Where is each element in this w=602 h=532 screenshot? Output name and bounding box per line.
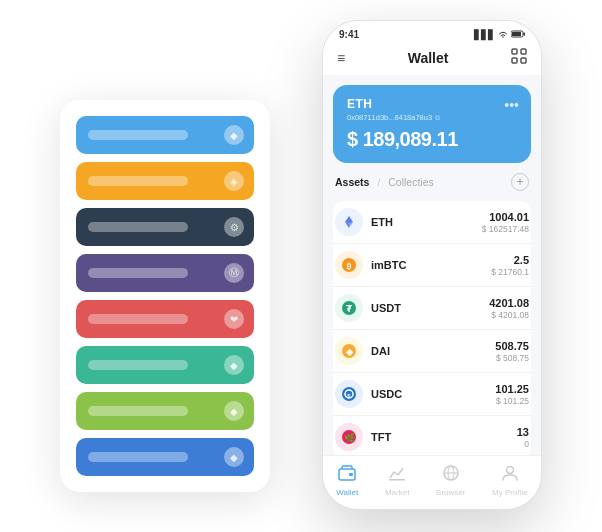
card-item[interactable]: ◆ [76,116,254,154]
asset-ticker: TFT [371,431,517,443]
address-text: 0x08711d3b...8418a78u3 [347,113,432,122]
asset-icon-usdt: ₮ [335,294,363,322]
svg-rect-23 [389,479,405,481]
asset-values-dai: 508.75 $ 508.75 [495,340,529,363]
tab-slash: / [377,177,380,188]
asset-values-usdc: 101.25 $ 101.25 [495,383,529,406]
card-icon: ❤ [224,309,244,329]
card-label [88,222,188,232]
card-item[interactable]: ◆ [76,346,254,384]
card-item[interactable]: ◆ [76,392,254,430]
svg-rect-22 [349,473,353,476]
card-item[interactable]: ❤ [76,300,254,338]
asset-icon-eth [335,208,363,236]
card-icon: ◆ [224,447,244,467]
status-time: 9:41 [339,29,359,40]
card-icon: ◆ [224,355,244,375]
wifi-icon [498,30,508,40]
balance-value: 189,089.11 [363,128,458,150]
market-nav-icon [388,464,406,486]
asset-icon-tft: 🌿 [335,423,363,451]
card-icon: ◈ [224,171,244,191]
asset-row-usdc[interactable]: $ USDC 101.25 $ 101.25 [333,373,531,416]
more-icon[interactable]: ••• [504,97,519,113]
svg-text:₮: ₮ [346,304,353,314]
svg-text:◈: ◈ [345,347,354,357]
asset-icon-dai: ◈ [335,337,363,365]
market-nav-label: Market [385,488,409,497]
bottom-nav: Wallet Market [323,455,541,509]
status-bar: 9:41 ▋▋▋ [323,21,541,44]
card-item[interactable]: Ⓜ [76,254,254,292]
asset-row-imbtc[interactable]: ₿ imBTC 2.5 $ 21760.1 [333,244,531,287]
svg-point-27 [506,467,513,474]
profile-nav-label: My Profile [492,488,528,497]
phone-mockup: 9:41 ▋▋▋ [322,20,542,510]
wallet-address: 0x08711d3b...8418a78u3 ⧉ [347,113,517,122]
card-label [88,452,188,462]
asset-row-eth[interactable]: ETH 1004.01 $ 162517.48 [333,201,531,244]
asset-amount: 1004.01 [482,211,529,223]
wallet-nav-label: Wallet [336,488,358,497]
nav-item-market[interactable]: Market [385,464,409,497]
asset-usd: $ 162517.48 [482,224,529,234]
asset-ticker: DAI [371,345,495,357]
asset-amount: 13 [517,426,529,438]
scan-icon[interactable] [511,48,527,67]
nav-item-wallet[interactable]: Wallet [336,464,358,497]
asset-icon-usdc: $ [335,380,363,408]
tab-assets[interactable]: Assets [335,176,369,188]
asset-values-eth: 1004.01 $ 162517.48 [482,211,529,234]
asset-info-usdt: USDT [371,302,489,314]
svg-rect-5 [512,58,517,63]
asset-row-usdt[interactable]: ₮ USDT 4201.08 $ 4201.08 [333,287,531,330]
signal-icon: ▋▋▋ [474,30,495,40]
nav-item-profile[interactable]: My Profile [492,464,528,497]
asset-amount: 2.5 [491,254,529,266]
browser-nav-label: Browser [436,488,465,497]
balance-card[interactable]: ••• ETH 0x08711d3b...8418a78u3 ⧉ $ 189,0… [333,85,531,163]
card-label [88,176,188,186]
asset-values-tft: 13 0 [517,426,529,449]
page-title: Wallet [408,50,449,66]
assets-header: Assets / Collecties + [333,173,531,191]
wallet-nav-icon [338,464,356,486]
copy-icon[interactable]: ⧉ [435,114,440,122]
asset-ticker: ETH [371,216,482,228]
tab-collecties[interactable]: Collecties [388,176,434,188]
card-item[interactable]: ◈ [76,162,254,200]
nav-item-browser[interactable]: Browser [436,464,465,497]
add-asset-button[interactable]: + [511,173,529,191]
asset-info-usdc: USDC [371,388,495,400]
profile-nav-icon [501,464,519,486]
phone-content: ••• ETH 0x08711d3b...8418a78u3 ⧉ $ 189,0… [323,75,541,455]
card-item[interactable]: ⚙ [76,208,254,246]
assets-tabs: Assets / Collecties [335,176,434,188]
card-icon: Ⓜ [224,263,244,283]
asset-ticker: USDC [371,388,495,400]
asset-usd: $ 4201.08 [489,310,529,320]
asset-info-tft: TFT [371,431,517,443]
status-indicators: ▋▋▋ [474,30,525,40]
asset-row-tft[interactable]: 🌿 TFT 13 0 [333,416,531,455]
asset-row-dai[interactable]: ◈ DAI 508.75 $ 508.75 [333,330,531,373]
asset-usd: $ 21760.1 [491,267,529,277]
asset-amount: 101.25 [495,383,529,395]
menu-icon[interactable]: ≡ [337,50,345,66]
browser-nav-icon [442,464,460,486]
svg-rect-6 [521,58,526,63]
card-icon: ◆ [224,125,244,145]
asset-ticker: imBTC [371,259,491,271]
card-stack: ◆ ◈ ⚙ Ⓜ ❤ ◆ ◆ ◆ [60,100,270,492]
card-label [88,314,188,324]
asset-amount: 4201.08 [489,297,529,309]
svg-rect-4 [521,49,526,54]
asset-list: ETH 1004.01 $ 162517.48 ₿ [333,201,531,455]
card-icon: ◆ [224,401,244,421]
svg-rect-2 [524,32,526,35]
card-label [88,406,188,416]
scene: ◆ ◈ ⚙ Ⓜ ❤ ◆ ◆ ◆ [0,0,602,532]
asset-info-imbtc: imBTC [371,259,491,271]
svg-text:🌿: 🌿 [344,432,356,444]
card-item[interactable]: ◆ [76,438,254,476]
